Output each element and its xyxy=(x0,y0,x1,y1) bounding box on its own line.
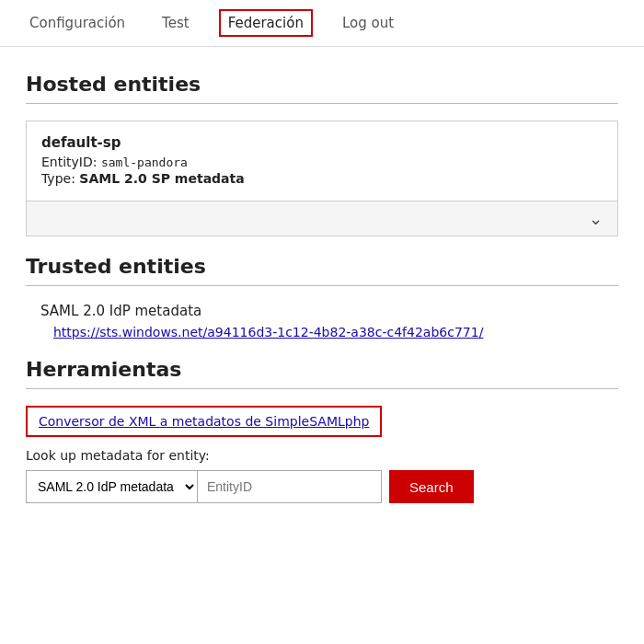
search-button[interactable]: Search xyxy=(389,470,474,503)
trusted-type: SAML 2.0 IdP metadata xyxy=(40,303,618,319)
nav-item-test[interactable]: Test xyxy=(155,11,197,35)
type-label: Type: xyxy=(41,171,75,186)
hosted-entities-heading: Hosted entities xyxy=(26,73,618,96)
entityid-input[interactable] xyxy=(198,470,382,503)
type-val: SAML 2.0 SP metadata xyxy=(79,171,244,186)
trusted-link[interactable]: https://sts.windows.net/a94116d3-1c12-4b… xyxy=(53,325,618,339)
entity-card: default-sp EntityID: saml-pandora Type: … xyxy=(26,121,618,236)
main-content: Hosted entities default-sp EntityID: sam… xyxy=(0,47,644,540)
hosted-divider xyxy=(26,103,618,104)
entityid-val: saml-pandora xyxy=(101,155,188,169)
nav-bar: Configuración Test Federación Log out xyxy=(0,0,644,47)
trusted-entities-heading: Trusted entities xyxy=(26,255,618,278)
chevron-down-icon: ⌄ xyxy=(589,209,603,228)
lookup-label: Look up metadata for entity: xyxy=(26,448,618,463)
lookup-row: SAML 2.0 IdP metadata SAML 2.0 SP metada… xyxy=(26,470,618,503)
tools-divider xyxy=(26,388,618,389)
entity-type-line: Type: SAML 2.0 SP metadata xyxy=(41,171,603,186)
entityid-label: EntityID: xyxy=(41,155,98,169)
entity-name: default-sp xyxy=(41,134,603,151)
entity-card-body: default-sp EntityID: saml-pandora Type: … xyxy=(27,121,617,201)
hosted-entities-section: Hosted entities default-sp EntityID: sam… xyxy=(26,73,618,236)
conversor-link-box: Conversor de XML a metadatos de SimpleSA… xyxy=(26,406,382,437)
entity-card-footer[interactable]: ⌄ xyxy=(27,201,617,236)
nav-item-configuracion[interactable]: Configuración xyxy=(22,11,132,35)
entity-entityid-line: EntityID: saml-pandora xyxy=(41,155,603,169)
metadata-type-select[interactable]: SAML 2.0 IdP metadata SAML 2.0 SP metada… xyxy=(26,470,198,503)
tools-section: Herramientas Conversor de XML a metadato… xyxy=(26,358,618,503)
nav-item-logout[interactable]: Log out xyxy=(335,11,401,35)
trusted-divider xyxy=(26,285,618,286)
conversor-link[interactable]: Conversor de XML a metadatos de SimpleSA… xyxy=(39,414,369,429)
trusted-entities-section: Trusted entities SAML 2.0 IdP metadata h… xyxy=(26,255,618,339)
nav-item-federacion[interactable]: Federación xyxy=(219,9,313,37)
tools-heading: Herramientas xyxy=(26,358,618,381)
